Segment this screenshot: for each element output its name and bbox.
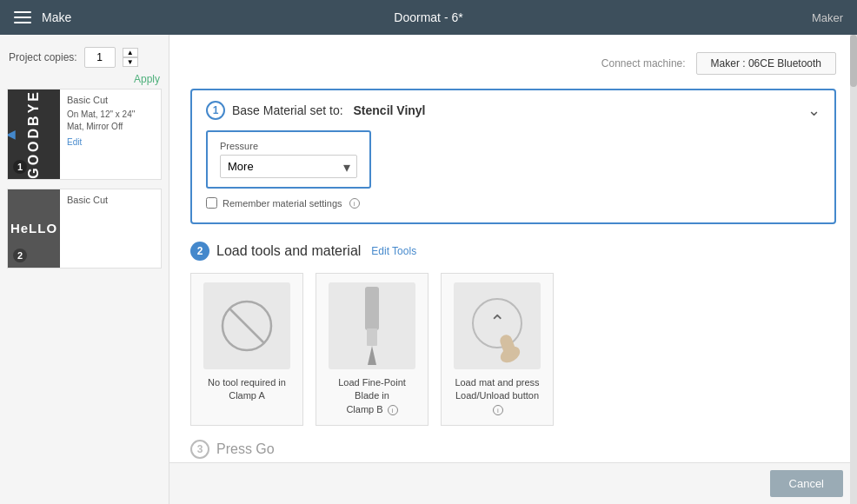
load-mat-icon-box: ⌃ bbox=[454, 282, 541, 369]
pressure-label: Pressure bbox=[220, 141, 357, 151]
blade-info-icon: i bbox=[388, 405, 398, 415]
connect-bar: Connect machine: Maker : 06CE Bluetooth bbox=[190, 52, 836, 75]
tool-card-blade: Load Fine-Point Blade inClamp B i bbox=[316, 273, 428, 426]
scrollbar-thumb[interactable] bbox=[850, 35, 857, 87]
mat-number-1: 1 bbox=[13, 160, 27, 174]
mat-cut-label-2: Basic Cut bbox=[67, 195, 154, 205]
main-layout: Project copies: ▲ ▼ Apply GOODBYE 1 ◀ Ba… bbox=[0, 35, 857, 504]
remember-info-icon: i bbox=[349, 198, 360, 209]
project-copies-input[interactable] bbox=[84, 47, 116, 68]
section2-title: Load tools and material bbox=[216, 243, 361, 259]
remember-checkbox[interactable] bbox=[206, 197, 217, 209]
menu-icon[interactable] bbox=[14, 11, 31, 23]
footer-bar: Cancel bbox=[169, 462, 857, 504]
load-mat-icon: ⌃ bbox=[462, 287, 532, 365]
mat-edit-link-1[interactable]: Edit bbox=[67, 137, 82, 147]
copies-decrement[interactable]: ▼ bbox=[123, 57, 138, 67]
mat-card-2[interactable]: HeLLO 2 Basic Cut bbox=[7, 189, 162, 269]
tool-card-no-tool: No tool required inClamp A bbox=[190, 273, 303, 426]
mat-preview-text-2: HeLLO bbox=[10, 221, 57, 235]
machine-label: Maker bbox=[812, 11, 843, 24]
blade-icon-box bbox=[329, 282, 415, 369]
scrollbar-track[interactable] bbox=[850, 35, 857, 504]
main-content: Connect machine: Maker : 06CE Bluetooth … bbox=[169, 35, 857, 504]
tool-card-label-0: No tool required inClamp A bbox=[208, 376, 286, 403]
section1-header: 1 Base Material set to: Stencil Vinyl ⌄ bbox=[206, 101, 820, 120]
connect-machine-button[interactable]: Maker : 06CE Bluetooth bbox=[696, 52, 836, 75]
section2-number: 2 bbox=[190, 242, 209, 261]
mat-preview-2: HeLLO 2 bbox=[8, 189, 60, 268]
svg-rect-3 bbox=[367, 328, 377, 346]
mat-preview-text-1: GOODBYE bbox=[26, 90, 42, 179]
mat-cut-label-1: Basic Cut bbox=[67, 95, 154, 105]
copies-increment[interactable]: ▲ bbox=[123, 48, 138, 57]
svg-marker-4 bbox=[368, 346, 376, 365]
no-tool-icon bbox=[219, 298, 275, 354]
tool-card-label-2: Load mat and pressLoad/Unload button i bbox=[450, 376, 544, 416]
pressure-select-wrap: Default More Less bbox=[220, 155, 357, 178]
tools-grid: No tool required inClamp A Load Fine-Poi… bbox=[190, 273, 836, 426]
mat-desc-1: On Mat, 12" x 24" Mat, Mirror Off bbox=[67, 109, 154, 133]
tool-card-label-1: Load Fine-Point Blade inClamp B i bbox=[325, 376, 419, 416]
section2-header: 2 Load tools and material Edit Tools bbox=[190, 242, 836, 261]
section1-title: Base Material set to: Stencil Vinyl bbox=[232, 103, 426, 117]
edit-tools-link[interactable]: Edit Tools bbox=[371, 245, 416, 257]
mat-preview-1: GOODBYE 1 ◀ bbox=[8, 90, 60, 179]
section3-number: 3 bbox=[190, 440, 209, 459]
remember-row: Remember material settings i bbox=[206, 197, 820, 209]
svg-text:⌃: ⌃ bbox=[489, 311, 505, 333]
no-tool-icon-box bbox=[203, 282, 290, 369]
connect-machine-label: Connect machine: bbox=[601, 57, 686, 70]
project-title: Doormat - 6* bbox=[394, 10, 462, 24]
project-copies-label: Project copies: bbox=[9, 51, 77, 63]
mat-number-2: 2 bbox=[13, 249, 27, 262]
section-1: 1 Base Material set to: Stencil Vinyl ⌄ … bbox=[190, 89, 836, 224]
apply-button[interactable]: Apply bbox=[134, 73, 160, 85]
blade-icon bbox=[356, 287, 388, 365]
section-2: 2 Load tools and material Edit Tools bbox=[190, 242, 836, 426]
section3-header: 3 Press Go bbox=[190, 440, 836, 459]
sidebar: Project copies: ▲ ▼ Apply GOODBYE 1 ◀ Ba… bbox=[0, 35, 169, 504]
remember-label: Remember material settings bbox=[223, 198, 342, 209]
svg-line-1 bbox=[229, 308, 264, 343]
loadmat-info-icon: i bbox=[493, 405, 503, 415]
svg-rect-2 bbox=[365, 287, 379, 330]
chevron-down-icon[interactable]: ⌄ bbox=[807, 101, 820, 120]
mat-arrow-1: ◀ bbox=[8, 127, 16, 141]
material-name: Stencil Vinyl bbox=[354, 103, 426, 117]
mat-card-1[interactable]: GOODBYE 1 ◀ Basic Cut On Mat, 12" x 24" … bbox=[7, 89, 162, 180]
section1-number: 1 bbox=[206, 101, 225, 120]
pressure-box: Pressure Default More Less bbox=[206, 130, 371, 189]
mat-info-1: Basic Cut On Mat, 12" x 24" Mat, Mirror … bbox=[60, 90, 161, 179]
app-header: Make Doormat - 6* Maker bbox=[0, 0, 857, 35]
app-title: Make bbox=[42, 10, 71, 24]
mat-info-2: Basic Cut bbox=[60, 189, 161, 268]
tool-card-load-mat: ⌃ Load mat and pressLoad/Unload button i bbox=[441, 273, 554, 426]
project-copies-row: Project copies: ▲ ▼ bbox=[0, 43, 169, 73]
project-copies-stepper: ▲ ▼ bbox=[123, 48, 138, 67]
cancel-button[interactable]: Cancel bbox=[770, 470, 843, 497]
section3-title: Press Go bbox=[216, 441, 275, 457]
pressure-select[interactable]: Default More Less bbox=[220, 155, 357, 178]
